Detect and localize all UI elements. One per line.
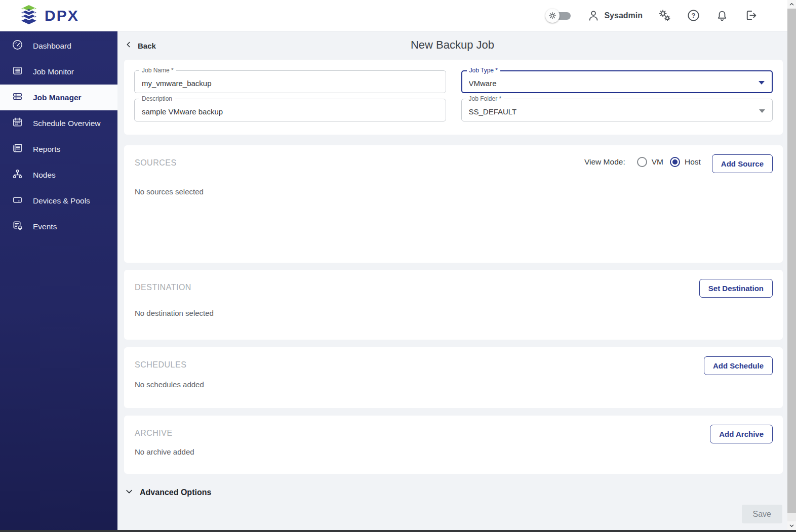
job-type-value: VMware: [469, 79, 497, 88]
job-monitor-list-icon: [12, 65, 23, 78]
user-name: Sysadmin: [604, 11, 643, 20]
dpx-logo: DPX: [18, 4, 79, 28]
radio-host-label: Host: [685, 157, 701, 167]
job-manager-rows-icon: [12, 91, 23, 104]
dropdown-caret-icon: [759, 109, 765, 113]
job-folder-label: Job Folder *: [466, 95, 504, 102]
job-folder-value: SS_DEFAULT: [469, 107, 517, 116]
archive-section: ARCHIVE Add Archive No archive added: [124, 416, 783, 474]
sidebar-item-label: Events: [33, 222, 57, 231]
notifications-icon[interactable]: [715, 9, 729, 22]
hard-drive-icon: [12, 194, 23, 208]
page-header-row: Back New Backup Job: [117, 31, 787, 60]
view-mode-radio-host[interactable]: Host: [670, 157, 701, 167]
job-details-card: Job Name * my_vmware_backup Description …: [124, 60, 783, 135]
job-folder-select[interactable]: Job Folder * SS_DEFAULT: [461, 99, 773, 121]
vertical-scrollbar[interactable]: [787, 0, 796, 530]
save-button[interactable]: Save: [742, 505, 782, 523]
schedules-title: SCHEDULES: [135, 356, 186, 370]
dropdown-caret-icon: [759, 81, 765, 85]
sidebar-item-job-manager[interactable]: Job Manager: [0, 85, 117, 110]
page-title: New Backup Job: [117, 38, 787, 52]
sidebar-item-events[interactable]: Events: [0, 214, 117, 239]
add-archive-button[interactable]: Add Archive: [710, 425, 773, 443]
job-type-label: Job Type *: [467, 67, 500, 74]
sidebar-item-label: Nodes: [33, 171, 56, 180]
radio-host-icon: [670, 157, 680, 167]
app-window: DPX Sysadmin: [0, 0, 796, 532]
destination-section: DESTINATION Set Destination No destinati…: [124, 270, 783, 340]
logo-wordmark: DPX: [45, 7, 79, 24]
set-destination-button[interactable]: Set Destination: [699, 279, 773, 298]
view-mode-label: View Mode:: [584, 157, 625, 167]
sidebar-item-dashboard[interactable]: Dashboard: [0, 33, 117, 59]
chevron-down-icon: [125, 487, 134, 498]
archive-empty-text: No archive added: [135, 447, 773, 456]
add-source-button[interactable]: Add Source: [712, 154, 773, 173]
sidebar-item-label: Job Manager: [33, 93, 82, 102]
sidebar-item-schedule-overview[interactable]: Schedule Overview: [0, 110, 117, 136]
sidebar-item-label: Dashboard: [33, 42, 71, 51]
header-actions: Sysadmin ?: [545, 9, 758, 23]
gear-icon: [545, 9, 560, 23]
sources-title: SOURCES: [135, 154, 177, 168]
sidebar-item-devices-pools[interactable]: Devices & Pools: [0, 188, 117, 214]
reports-newspaper-icon: [12, 142, 23, 156]
sidebar-item-job-monitor[interactable]: Job Monitor: [0, 59, 117, 85]
destination-title: DESTINATION: [135, 279, 191, 292]
radio-vm-label: VM: [652, 157, 663, 167]
save-row: Save: [117, 505, 782, 523]
sidebar-item-label: Job Monitor: [33, 67, 74, 76]
description-value: sample VMware backup: [142, 107, 223, 116]
dashboard-gauge-icon: [12, 39, 23, 53]
schedules-section: SCHEDULES Add Schedule No schedules adde…: [124, 347, 783, 408]
top-header: DPX Sysadmin: [0, 0, 796, 31]
schedules-empty-text: No schedules added: [135, 380, 773, 389]
sidebar-item-label: Schedule Overview: [33, 119, 101, 128]
job-name-value: my_vmware_backup: [142, 79, 212, 88]
calendar-icon: [12, 116, 23, 130]
events-list-bell-icon: [12, 220, 23, 233]
job-details-right-column: Job Type * VMware Job Folder * SS_DEFAUL…: [461, 70, 773, 135]
radio-vm-icon: [637, 157, 647, 167]
user-icon: [587, 9, 600, 22]
main-content: Back New Backup Job Job Name * my_vmware…: [117, 31, 787, 532]
destination-empty-text: No destination selected: [135, 309, 773, 317]
sidebar-item-reports[interactable]: Reports: [0, 136, 117, 162]
view-mode-group: View Mode: VM Host: [584, 154, 701, 167]
advanced-options-toggle[interactable]: Advanced Options: [125, 487, 787, 498]
job-name-label: Job Name *: [139, 67, 176, 74]
job-name-field[interactable]: Job Name * my_vmware_backup: [134, 70, 446, 93]
archive-title: ARCHIVE: [135, 425, 173, 438]
sidebar-item-label: Reports: [33, 145, 60, 154]
help-icon[interactable]: ?: [687, 9, 700, 22]
sources-section: SOURCES View Mode: VM Host Add Source: [124, 145, 783, 263]
svg-text:?: ?: [692, 12, 696, 19]
description-label: Description: [139, 95, 175, 102]
settings-toggle[interactable]: [545, 9, 572, 23]
dpx-logo-icon: [18, 4, 39, 28]
job-details-left-column: Job Name * my_vmware_backup Description …: [134, 70, 446, 135]
logout-icon[interactable]: [744, 9, 758, 22]
user-menu[interactable]: Sysadmin: [587, 9, 643, 22]
scroll-up-icon[interactable]: [787, 0, 796, 9]
sidebar-item-nodes[interactable]: Nodes: [0, 162, 117, 188]
add-schedule-button[interactable]: Add Schedule: [704, 356, 773, 375]
description-field[interactable]: Description sample VMware backup: [134, 99, 446, 121]
advanced-options-label: Advanced Options: [140, 488, 211, 497]
sidebar-nav: Dashboard Job Monitor Job Manager: [0, 31, 117, 532]
window-bottom-edge: [0, 530, 796, 532]
view-mode-radio-vm[interactable]: VM: [637, 157, 663, 167]
job-type-select[interactable]: Job Type * VMware: [461, 70, 773, 93]
sidebar-item-label: Devices & Pools: [33, 196, 90, 206]
scrollbar-thumb[interactable]: [787, 9, 796, 513]
nodes-sitemap-icon: [12, 168, 23, 182]
settings-gears-icon[interactable]: [658, 9, 671, 22]
sources-empty-text: No sources selected: [135, 187, 773, 196]
scroll-down-icon[interactable]: [787, 521, 796, 530]
